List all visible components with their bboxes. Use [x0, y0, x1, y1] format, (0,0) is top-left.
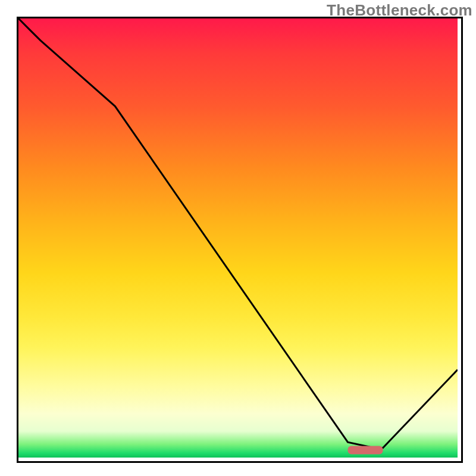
- watermark-text: TheBottleneck.com: [327, 1, 472, 20]
- chart-canvas: TheBottleneck.com: [0, 0, 476, 476]
- optimal-marker: [348, 446, 383, 455]
- bottleneck-curve: [18, 18, 458, 448]
- chart-plot: [18, 18, 458, 458]
